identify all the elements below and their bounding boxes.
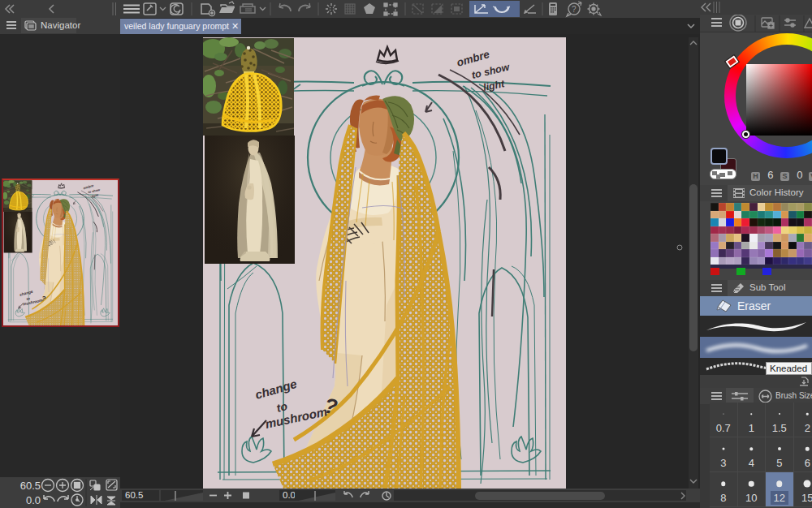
svg-text:?: ?: [572, 5, 577, 14]
